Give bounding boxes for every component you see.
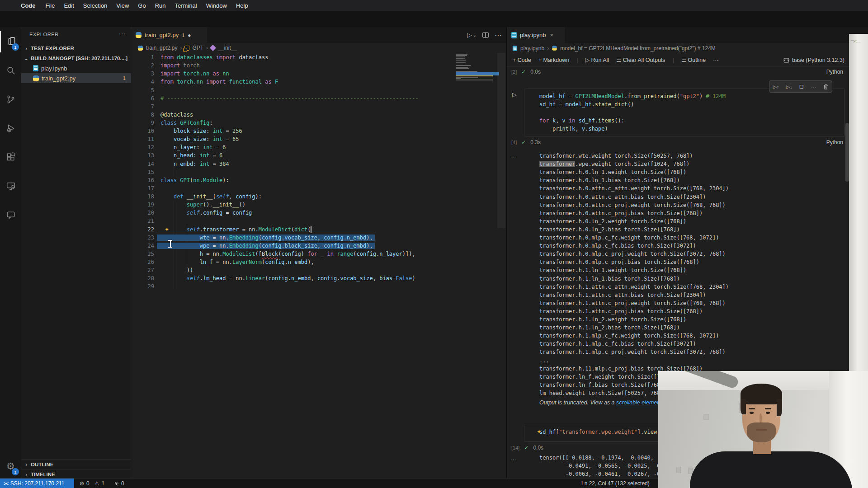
run-cells-below-icon[interactable]: ▷↓ (786, 84, 792, 89)
ports-status[interactable]: 0 (114, 479, 124, 488)
notebook-breadcrumb[interactable]: play.ipynb › model_hf = GPT2LMHeadModel.… (507, 43, 868, 53)
outline-button[interactable]: ☰ Outline (681, 56, 706, 63)
delete-cell-icon[interactable] (823, 84, 828, 89)
code-lines[interactable]: 1from dataclasses import dataclass2impor… (131, 53, 506, 478)
run-cells-above-icon[interactable]: ▷↑ (773, 84, 779, 89)
copilot-sparkle-icon[interactable]: ✦ (537, 428, 542, 435)
split-cell-icon[interactable]: ⊟ (799, 84, 804, 90)
explorer-badge: 1 (12, 43, 19, 51)
code-line-26[interactable]: 26 ln_f = nn.LayerNorm(config.n_embd), (131, 258, 314, 266)
breadcrumb-file[interactable]: play.ipynb (520, 45, 544, 52)
menu-item-run[interactable]: Run (151, 2, 170, 9)
run-all-button[interactable]: ▷ Run All (585, 56, 609, 63)
code-line-7[interactable]: 7 (131, 103, 160, 111)
clear-all-outputs-button[interactable]: ☰ Clear All Outputs (616, 56, 665, 63)
section-test-explorer[interactable]: › TEST EXPLORER (21, 43, 131, 53)
extensions-view-icon[interactable] (0, 146, 21, 168)
remote-explorer-icon[interactable] (0, 175, 21, 197)
code-line-2[interactable]: 2import torch (131, 61, 200, 70)
collapse-output-icon[interactable]: ··· (510, 456, 517, 463)
section-workspace[interactable]: ⌄ BUILD-NANOGPT [SSH: 207.211.170....] (21, 53, 131, 63)
add-markdown-cell-button[interactable]: + Markdown (538, 57, 569, 63)
menu-item-view[interactable]: View (112, 2, 133, 9)
code-line-17[interactable]: 17 (131, 184, 160, 192)
split-editor-icon[interactable] (482, 32, 489, 38)
menu-item-selection[interactable]: Selection (79, 2, 112, 9)
explorer-view-icon[interactable]: 1 (0, 31, 21, 52)
menu-item-file[interactable]: File (41, 2, 60, 9)
section-timeline[interactable]: › TIMELINE (21, 469, 131, 479)
section-outline[interactable]: › OUTLINE (21, 459, 131, 469)
code-line-22[interactable]: 22 self.transformer = nn.ModuleDict(dict… (131, 225, 311, 234)
code-line-12[interactable]: 12 n_layer: int = 6 (131, 143, 226, 151)
breadcrumb-member[interactable]: __init__ (218, 45, 237, 51)
close-tab-icon[interactable]: × (550, 32, 554, 38)
menu-item-window[interactable]: Window (202, 2, 231, 9)
tab-train-gpt2[interactable]: train_gpt2.py 1 ● (131, 27, 207, 43)
run-cell-icon[interactable]: ▷ (512, 91, 517, 98)
scrollable-element-link[interactable]: scrollable element (616, 399, 662, 406)
code-line-19[interactable]: 19 super().__init__() (131, 201, 245, 209)
cell-language[interactable]: Python (826, 69, 843, 75)
copilot-sparkle-icon[interactable]: ✦ (165, 226, 169, 233)
cell-code[interactable]: sd_hf["transformer.wpe.weight"].view( (539, 429, 660, 435)
cursor-position-status[interactable]: Ln 22, Col 47 (132 selected) (581, 479, 650, 488)
code-line-27[interactable]: 27 )) (131, 266, 193, 274)
cell-more-actions-icon[interactable]: ··· (811, 84, 816, 90)
code-line-3[interactable]: 3import torch.nn as nn (131, 70, 229, 78)
remote-label: SSH: 207.211.170.211 (10, 480, 65, 487)
breadcrumb-symbol[interactable]: model_hf = GPT2LMHeadModel.from_pretrain… (560, 45, 716, 52)
breadcrumb-file[interactable]: train_gpt2.py (146, 45, 177, 51)
chat-view-icon[interactable] (0, 204, 21, 226)
cell-language[interactable]: Python (826, 139, 843, 145)
code-line-18[interactable]: 18 def __init__(self, config): (131, 192, 262, 201)
search-view-icon[interactable] (0, 60, 21, 81)
file-item-play.ipynb[interactable]: play.ipynb (21, 63, 131, 73)
code-line-29[interactable]: 29 (131, 282, 160, 291)
add-code-cell-button[interactable]: + Code (513, 57, 531, 63)
code-line-10[interactable]: 10 block_size: int = 256 (131, 127, 242, 135)
kernel-picker[interactable]: base (Python 3.12.3) (783, 53, 844, 67)
manage-gear-icon[interactable]: ⚙ 1 (0, 455, 21, 477)
code-line-9[interactable]: 9class GPTConfig: (131, 119, 213, 127)
menu-item-go[interactable]: Go (133, 2, 150, 9)
problems-status[interactable]: ⊘ 0 ⚠ 1 (80, 479, 104, 488)
sidebar-more-actions-icon[interactable]: ··· (119, 30, 125, 37)
breadcrumb[interactable]: train_gpt2.py › GPT › __init__ (131, 43, 506, 53)
collapse-output-icon[interactable]: ··· (510, 154, 517, 160)
editor-more-actions-icon[interactable]: ··· (495, 31, 502, 39)
code-line-28[interactable]: 28 self.lm_head = nn.Linear(config.n_emb… (131, 274, 415, 282)
run-debug-icon[interactable] (0, 117, 21, 139)
radio-tower-icon (114, 481, 119, 486)
breadcrumb-symbol[interactable]: GPT (192, 45, 203, 51)
output-line: transformer.h.0.ln_1.weight torch.Size([… (539, 168, 686, 176)
code-line-13[interactable]: 13 n_head: int = 6 (131, 151, 222, 160)
menu-item-help[interactable]: Help (231, 2, 253, 9)
minimap[interactable] (454, 38, 499, 264)
code-line-16[interactable]: 16class GPT(nn.Module): (131, 176, 229, 184)
code-line-8[interactable]: 8@dataclass (131, 111, 193, 119)
toolbar-more-actions-icon[interactable]: ··· (713, 57, 719, 63)
code-line-6[interactable]: 6# -------------------------------------… (131, 94, 419, 103)
remote-indicator[interactable]: >< SSH: 207.211.170.211 (0, 479, 74, 488)
output-line: transformer.wte.weight torch.Size([50257… (539, 152, 693, 160)
code-line-25[interactable]: 25 h = nn.ModuleList([Block(config) for … (131, 250, 415, 258)
file-item-train_gpt2.py[interactable]: train_gpt2.py1 (21, 73, 131, 83)
minimap-slider[interactable] (497, 38, 505, 228)
source-control-icon[interactable] (0, 89, 21, 110)
run-python-file-icon[interactable]: ▷ (467, 32, 472, 38)
menu-item-terminal[interactable]: Terminal (170, 2, 202, 9)
code-line-5[interactable]: 5 (131, 86, 160, 94)
code-line-21[interactable]: 21 (131, 217, 160, 225)
run-dropdown-chevron-icon[interactable]: ⌄ (473, 33, 476, 38)
code-line-14[interactable]: 14 n_embd: int = 384 (131, 160, 229, 168)
notebook-scrollbar[interactable] (845, 123, 849, 182)
code-line-4[interactable]: 4from torch.nn import functional as F (131, 78, 278, 86)
code-line-20[interactable]: 20 self.config = config (131, 209, 252, 217)
code-line-15[interactable]: 15 (131, 168, 160, 176)
code-line-11[interactable]: 11 vocab_size: int = 65 (131, 135, 239, 143)
code-line-1[interactable]: 1from dataclasses import dataclass (131, 53, 268, 61)
tab-play-ipynb[interactable]: play.ipynb × (507, 27, 565, 43)
menu-item-code[interactable]: Code (16, 2, 40, 9)
menu-item-edit[interactable]: Edit (59, 2, 78, 9)
